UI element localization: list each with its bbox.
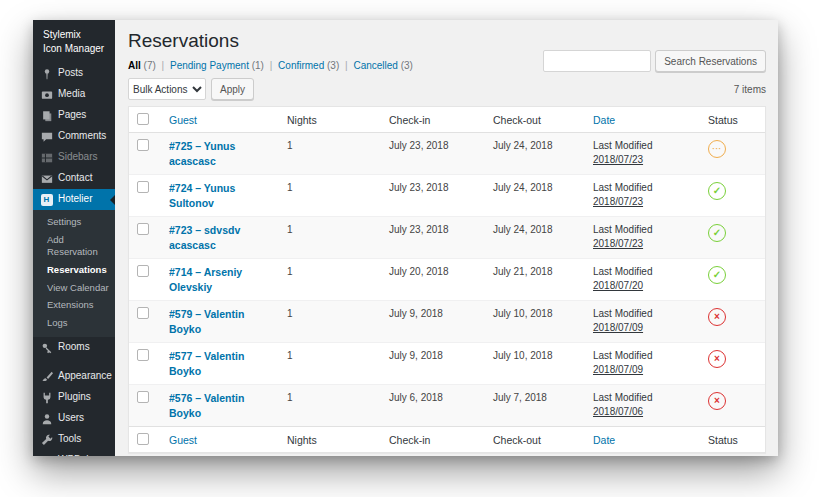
filter-cancelled[interactable]: Cancelled (353, 60, 397, 71)
row-checkbox[interactable] (137, 391, 149, 403)
user-icon (40, 412, 53, 425)
column-header-check-in: Check-in (381, 434, 485, 446)
check-in-cell: July 23, 2018 (381, 175, 485, 201)
column-header-status: Status (700, 434, 765, 446)
reservations-table: Guest Nights Check-in Check-out Date Sta… (128, 106, 766, 453)
search-reservations-button[interactable]: Search Reservations (655, 50, 766, 72)
row-checkbox[interactable] (137, 181, 149, 193)
submenu-item-view-calendar[interactable]: View Calendar (33, 279, 115, 297)
table-header-row: Guest Nights Check-in Check-out Date Sta… (129, 107, 765, 133)
sidebar-item-users[interactable]: Users (33, 408, 115, 429)
nights-cell: 1 (279, 259, 381, 285)
date-cell: Last Modified 2018/07/23 (585, 175, 700, 214)
nights-cell: 1 (279, 133, 381, 159)
submenu-item-extensions[interactable]: Extensions (33, 296, 115, 314)
apply-button[interactable]: Apply (211, 78, 254, 100)
date-cell: Last Modified 2018/07/06 (585, 385, 700, 424)
site-title[interactable]: Stylemix Icon Manager (33, 20, 115, 63)
check-out-cell: July 10, 2018 (485, 343, 585, 369)
reservation-link[interactable]: #724 – Yunus Sultonov (169, 182, 235, 209)
sidebar-item-comments[interactable]: Comments (33, 126, 115, 147)
hotelier-submenu: Settings Add Reservation Reservations Vi… (33, 210, 115, 337)
table-row: #579 – Valentin Boyko 1 July 9, 2018 Jul… (129, 300, 765, 342)
date-cell: Last Modified 2018/07/23 (585, 217, 700, 256)
column-header-nights: Nights (279, 434, 381, 446)
bulk-actions-select[interactable]: Bulk Actions (128, 78, 206, 100)
select-all-checkbox[interactable] (137, 113, 149, 125)
brush-icon (40, 370, 53, 383)
table-row: #724 – Yunus Sultonov 1 July 23, 2018 Ju… (129, 174, 765, 216)
date-cell: Last Modified 2018/07/20 (585, 259, 700, 298)
column-header-date[interactable]: Date (593, 114, 615, 126)
submenu-item-settings[interactable]: Settings (33, 213, 115, 231)
column-header-guest[interactable]: Guest (169, 434, 197, 446)
sidebar-item-sidebars[interactable]: Sidebars (33, 147, 115, 168)
check-in-cell: July 6, 2018 (381, 385, 485, 411)
sidebar-item-appearance[interactable]: Appearance (33, 366, 115, 387)
row-checkbox[interactable] (137, 265, 149, 277)
filter-confirmed[interactable]: Confirmed (278, 60, 324, 71)
sidebar: Stylemix Icon Manager Posts Media Pages … (33, 20, 115, 456)
reservation-link[interactable]: #723 – sdvsdv acascasc (169, 224, 240, 251)
sidebar-item-hotelier[interactable]: H Hotelier (33, 189, 115, 210)
nights-cell: 1 (279, 217, 381, 243)
check-out-cell: July 24, 2018 (485, 217, 585, 243)
table-row: #723 – sdvsdv acascasc 1 July 23, 2018 J… (129, 216, 765, 258)
row-checkbox[interactable] (137, 223, 149, 235)
status-cancelled-icon: × (708, 350, 726, 368)
menu-separator (33, 358, 115, 366)
status-confirmed-icon: ✓ (708, 224, 726, 242)
status-cancelled-icon: × (708, 392, 726, 410)
filter-all[interactable]: All (128, 60, 141, 71)
main-content: Reservations Search Reservations All (7)… (115, 20, 778, 456)
date-cell: Last Modified 2018/07/23 (585, 133, 700, 172)
sidebar-item-wpbakery[interactable]: WPBakery Page Builder (33, 450, 115, 456)
page-title: Reservations (128, 30, 766, 52)
tablenav-top: Bulk Actions Apply 7 items (128, 78, 766, 100)
plug-icon (40, 391, 53, 404)
filter-pending-payment[interactable]: Pending Payment (170, 60, 249, 71)
sidebar-item-plugins[interactable]: Plugins (33, 387, 115, 408)
items-count: 7 items (734, 84, 766, 95)
status-confirmed-icon: ✓ (708, 182, 726, 200)
row-checkbox[interactable] (137, 139, 149, 151)
pin-icon (40, 67, 53, 80)
select-all-checkbox[interactable] (137, 433, 149, 445)
status-pending-icon: ··· (708, 140, 726, 158)
table-row: #577 – Valentin Boyko 1 July 9, 2018 Jul… (129, 342, 765, 384)
sidebar-item-contact[interactable]: Contact (33, 168, 115, 189)
reservation-link[interactable]: #577 – Valentin Boyko (169, 350, 244, 377)
nights-cell: 1 (279, 343, 381, 369)
sidebar-item-tools[interactable]: Tools (33, 429, 115, 450)
wrench-icon (40, 433, 53, 446)
reservation-link[interactable]: #579 – Valentin Boyko (169, 308, 244, 335)
date-cell: Last Modified 2018/07/09 (585, 301, 700, 340)
key-icon (40, 341, 53, 354)
submenu-item-logs[interactable]: Logs (33, 314, 115, 332)
pages-icon (40, 109, 53, 122)
check-out-cell: July 10, 2018 (485, 301, 585, 327)
reservation-link[interactable]: #725 – Yunus acascasc (169, 140, 235, 167)
row-checkbox[interactable] (137, 349, 149, 361)
column-header-status: Status (700, 114, 765, 126)
sidebar-item-rooms[interactable]: Rooms (33, 337, 115, 358)
table-row: #714 – Arseniy Olevskiy 1 July 20, 2018 … (129, 258, 765, 300)
column-header-guest[interactable]: Guest (169, 114, 197, 126)
row-checkbox[interactable] (137, 307, 149, 319)
check-in-cell: July 9, 2018 (381, 301, 485, 327)
reservation-link[interactable]: #714 – Arseniy Olevskiy (169, 266, 242, 293)
column-header-check-out: Check-out (485, 114, 585, 126)
sidebar-item-media[interactable]: Media (33, 84, 115, 105)
sidebar-item-posts[interactable]: Posts (33, 63, 115, 84)
reservation-link[interactable]: #576 – Valentin Boyko (169, 392, 244, 419)
check-out-cell: July 24, 2018 (485, 133, 585, 159)
nights-cell: 1 (279, 385, 381, 411)
table-footer-row: Guest Nights Check-in Check-out Date Sta… (129, 426, 765, 452)
submenu-item-add-reservation[interactable]: Add Reservation (33, 231, 115, 261)
column-header-check-in: Check-in (381, 114, 485, 126)
column-header-date[interactable]: Date (593, 434, 615, 446)
submenu-item-reservations[interactable]: Reservations (33, 261, 115, 279)
sidebar-item-pages[interactable]: Pages (33, 105, 115, 126)
column-header-check-out: Check-out (485, 434, 585, 446)
search-input[interactable] (543, 50, 651, 72)
